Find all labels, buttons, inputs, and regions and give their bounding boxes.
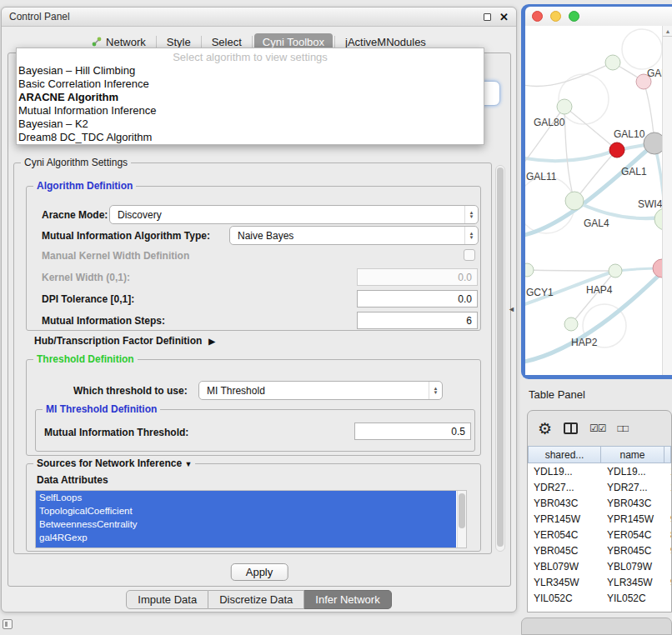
network-node[interactable]	[565, 192, 584, 210]
control-panel-titlebar[interactable]: Control Panel ✕	[2, 8, 516, 27]
bottom-tab-discretize[interactable]: Discretize Data	[208, 590, 304, 609]
which-threshold-combo[interactable]: MI Threshold ▲▼	[198, 381, 443, 400]
table-panel-title: Table Panel	[529, 388, 585, 401]
sources-title[interactable]: Sources for Network Inference ▼	[33, 458, 195, 469]
settings-scrollbar[interactable]	[495, 165, 505, 552]
zoom-traffic-light[interactable]	[569, 11, 579, 22]
expand-arrow-icon: ▶	[208, 337, 215, 346]
mi-steps-label: Mutual Information Steps:	[42, 315, 165, 327]
table-cell: YBR045C	[601, 545, 664, 557]
bottom-tab-impute[interactable]: Impute Data	[126, 590, 208, 609]
stepper-icon: ▲▼	[464, 206, 478, 223]
network-graph[interactable]: GALGAL80GAL10GAL1GAL11SWI4GAL4GCY1HAP4YH…	[525, 26, 672, 375]
column-header[interactable]: name	[601, 446, 664, 463]
attributes-scrollbar[interactable]	[457, 491, 466, 548]
table-cell: YBR043C	[601, 498, 664, 509]
popup-item-mutual-information[interactable]: Mutual Information Inference	[17, 104, 484, 118]
table-row[interactable]: YBR045C YBR045C 9.	[528, 542, 671, 558]
table-cell: YIL052C	[601, 592, 664, 604]
network-edge[interactable]	[525, 62, 613, 87]
popup-item-basic-correlation[interactable]: Basic Correlation Inference	[17, 78, 484, 91]
manual-kernel-checkbox[interactable]	[464, 249, 475, 261]
network-edge[interactable]	[525, 150, 617, 161]
attribute-item[interactable]: TopologicalCoefficient	[36, 504, 456, 518]
column-header[interactable]: shared...	[528, 446, 601, 463]
popup-item-aracne[interactable]: ARACNE Algorithm	[17, 91, 484, 104]
node-table: shared...name YDL19... YDL19... 13 YDR27…	[528, 446, 671, 612]
network-node[interactable]	[605, 55, 620, 70]
column-header[interactable]	[664, 446, 671, 463]
aracne-mode-combo[interactable]: Discovery ▲▼	[109, 205, 479, 224]
network-edge[interactable]	[527, 270, 615, 271]
table-cell: 12	[664, 482, 671, 493]
attributes-list[interactable]: SelfLoops TopologicalCoefficient Between…	[35, 490, 467, 548]
table-cell: YBL079W	[601, 561, 664, 572]
table-cell: 9.	[664, 513, 671, 525]
sources-group: Sources for Network Inference ▼ Data Att…	[26, 463, 481, 552]
table-row[interactable]: YER054C YER054C 8.	[528, 527, 671, 542]
popup-item-bayesian-k2[interactable]: Bayesian – K2	[17, 118, 484, 131]
table-toolbar: ⚙ ☑☑ □□	[528, 411, 671, 446]
network-edge[interactable]	[564, 107, 574, 201]
dpi-tolerance-field[interactable]: 0.0	[357, 290, 478, 308]
node-label: GAL1	[621, 166, 647, 178]
table-cell: YDL19...	[528, 466, 601, 478]
close-traffic-light[interactable]	[532, 11, 543, 22]
data-attributes-label: Data Attributes	[37, 474, 108, 486]
select-all-icon[interactable]: ☑☑	[589, 422, 606, 434]
group-title: Algorithm Definition	[33, 180, 136, 192]
network-node[interactable]	[564, 318, 578, 331]
mi-threshold-field[interactable]: 0.5	[354, 422, 471, 440]
apply-button[interactable]: Apply	[231, 563, 288, 581]
node-label: SWI4	[638, 198, 663, 210]
popup-placeholder: Select algorithm to view settings	[17, 51, 484, 64]
kernel-width-field[interactable]: 0.0	[357, 268, 478, 286]
tab-separator	[156, 36, 157, 48]
canvas-scrollbar[interactable]: ▲	[662, 26, 672, 375]
attribute-item[interactable]: SelfLoops	[36, 491, 456, 504]
network-node[interactable]	[609, 142, 624, 158]
network-titlebar[interactable]	[525, 7, 672, 26]
node-label: HAP4	[586, 284, 613, 296]
scrollbar-thumb[interactable]	[497, 168, 504, 547]
table-row[interactable]: YBL079W YBL079W	[528, 558, 671, 574]
table-cell: 9.	[664, 577, 671, 588]
table-cell: YDR27...	[528, 482, 601, 493]
deselect-all-icon[interactable]: □□	[618, 422, 629, 434]
network-node[interactable]	[525, 263, 534, 277]
network-canvas[interactable]: GALGAL80GAL10GAL1GAL11SWI4GAL4GCY1HAP4YH…	[525, 26, 672, 375]
minimize-traffic-light[interactable]	[550, 11, 561, 22]
bottom-tab-infer[interactable]: Infer Network	[304, 590, 391, 609]
mi-type-combo[interactable]: Naive Bayes ▲▼	[229, 226, 479, 245]
network-node[interactable]	[609, 264, 622, 278]
close-icon[interactable]: ✕	[499, 12, 509, 22]
node-label: GAL4	[584, 218, 609, 229]
pane-collapse-icon[interactable]: ◄	[508, 305, 515, 313]
network-edge[interactable]	[564, 107, 617, 150]
algorithm-popup: Select algorithm to view settings Bayesi…	[16, 48, 484, 145]
mi-steps-field[interactable]: 6	[357, 312, 478, 329]
table-row[interactable]: YBR043C YBR043C	[528, 495, 671, 511]
network-node[interactable]	[557, 99, 572, 114]
table-header: shared...name	[528, 446, 671, 463]
table-row[interactable]: YIL052C YIL052C	[528, 590, 671, 606]
network-window: GALGAL80GAL10GAL1GAL11SWI4GAL4GCY1HAP4YH…	[521, 4, 672, 379]
stepper-icon: ▲▼	[464, 227, 478, 244]
mini-panel-icon[interactable]	[3, 619, 13, 629]
control-panel-title: Control Panel	[9, 11, 70, 22]
table-row[interactable]: YDR27... YDR27... 12	[528, 479, 671, 495]
columns-icon[interactable]	[564, 422, 578, 434]
scroll-up-icon[interactable]: ▲	[663, 26, 672, 37]
scrollbar-thumb[interactable]	[459, 493, 465, 528]
hub-definition-toggle[interactable]: Hub/Transcription Factor Definition ▶	[34, 335, 215, 347]
popup-item-dream8[interactable]: Dream8 DC_TDC Algorithm	[17, 131, 484, 144]
attribute-item[interactable]: BetweennessCentrality	[36, 518, 456, 531]
node-label: GCY1	[526, 287, 554, 298]
attribute-item[interactable]: gal4RGexp	[36, 531, 456, 544]
gear-icon[interactable]: ⚙	[538, 421, 552, 437]
table-row[interactable]: YDL19... YDL19... 13	[528, 463, 671, 479]
float-window-icon[interactable]	[484, 13, 491, 21]
table-row[interactable]: YPR145W YPR145W 9.	[528, 511, 671, 527]
popup-item-bayesian-hill-climbing[interactable]: Bayesian – Hill Climbing	[17, 64, 484, 78]
table-row[interactable]: YLR345W YLR345W 9.	[528, 574, 671, 590]
